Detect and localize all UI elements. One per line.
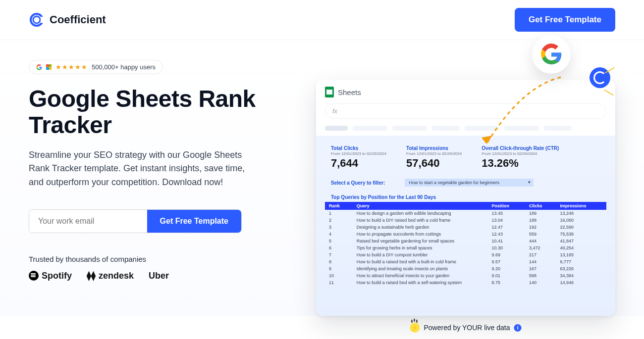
cell-position: 9.20 <box>487 265 525 272</box>
stat-date-range: From 12/01/2023 to 02/29/2024 <box>331 151 386 156</box>
zendesk-label: zendesk <box>99 271 134 281</box>
cell-position: 9.69 <box>487 251 525 258</box>
table-row: 11How to build a raised bed with a self-… <box>325 279 606 286</box>
cell-rank: 2 <box>325 217 353 224</box>
arrow-icon <box>457 57 586 161</box>
stat-value: 57,640 <box>406 157 462 170</box>
page-title: Google Sheets Rank Tracker <box>29 86 296 139</box>
company-zendesk: ⧫⧫ zendesk <box>87 270 134 281</box>
cell-impressions: 22,590 <box>556 224 606 231</box>
badge-text: 500,000+ happy users <box>92 63 156 71</box>
stars-icon: ★★★★★ <box>55 63 88 71</box>
cell-clicks: 559 <box>525 231 556 238</box>
coefficient-icon <box>29 12 45 28</box>
stat-label: Total Impressions <box>406 145 462 151</box>
cell-impressions: 6,777 <box>556 258 606 265</box>
cell-position: 13.45 <box>487 210 525 217</box>
col-rank: Rank <box>325 202 353 210</box>
cell-clicks: 140 <box>525 279 556 286</box>
rank-table: Rank Query Position Clicks Impressions 1… <box>325 202 606 286</box>
rating-badge: ★★★★★ 500,000+ happy users <box>29 60 163 74</box>
preview-panel: Sheets fx Total Clicks From 12/01/2023 t… <box>316 60 615 316</box>
stat-value: 7,644 <box>331 157 386 170</box>
bolt-icon: ⚡ <box>410 323 420 333</box>
cell-clicks: 192 <box>525 224 556 231</box>
info-icon[interactable]: i <box>514 324 522 332</box>
cell-query: Designing a sustainable herb garden <box>353 224 488 231</box>
cell-impressions: 16,050 <box>556 217 606 224</box>
cell-clicks: 188 <box>525 217 556 224</box>
cell-clicks: 444 <box>525 238 556 244</box>
header-cta-button[interactable]: Get Free Template <box>515 8 615 32</box>
cell-impressions: 41,847 <box>556 238 606 244</box>
col-clicks: Clicks <box>525 202 556 210</box>
cell-position: 13.04 <box>487 217 525 224</box>
cell-query: How to build a DIY compost tumbler <box>353 251 488 258</box>
svg-rect-2 <box>41 17 45 23</box>
cell-query: How to attract beneficial insects to you… <box>353 272 488 279</box>
trusted-label: Trusted by thousands of companies <box>29 255 296 263</box>
cell-query: How to build a DIY raised bed with a col… <box>353 217 488 224</box>
spotify-label: Spotify <box>42 271 72 281</box>
email-form: Get Free Template <box>29 209 242 233</box>
stat-clicks: Total Clicks From 12/01/2023 to 02/29/20… <box>331 145 386 170</box>
cell-impressions: 13,165 <box>556 251 606 258</box>
table-row: 10How to attract beneficial insects to y… <box>325 272 606 279</box>
filter-select[interactable]: How to start a vegetable garden for begi… <box>405 179 534 187</box>
col-position: Position <box>487 202 525 210</box>
spotify-icon <box>29 271 39 281</box>
cell-impressions: 13,248 <box>556 210 606 217</box>
company-logos: Spotify ⧫⧫ zendesk Uber <box>29 270 296 281</box>
cell-position: 9.57 <box>487 258 525 265</box>
table-title: Top Queries by Position for the Last 90 … <box>325 192 606 202</box>
company-uber: Uber <box>149 271 169 281</box>
cell-clicks: 189 <box>525 210 556 217</box>
google-icon <box>36 64 42 70</box>
cell-rank: 11 <box>325 279 353 286</box>
cell-rank: 1 <box>325 210 353 217</box>
sheet-app-title: Sheets <box>338 88 361 97</box>
email-field[interactable] <box>29 210 147 233</box>
cell-position: 12.43 <box>487 231 525 238</box>
table-row: 1How to design a garden with edible land… <box>325 210 606 217</box>
svg-marker-3 <box>482 136 492 144</box>
col-query: Query <box>353 202 488 210</box>
table-row: 5Raised bed vegetable gardening for smal… <box>325 238 606 244</box>
cell-query: How to propagate succulents from cutting… <box>353 231 488 238</box>
cell-impressions: 34,384 <box>556 272 606 279</box>
cell-clicks: 144 <box>525 258 556 265</box>
cell-rank: 6 <box>325 244 353 251</box>
cell-position: 10.41 <box>487 238 525 244</box>
google-sheets-icon <box>325 87 334 97</box>
stat-date-range: From 12/01/2023 to 02/29/2024 <box>406 151 462 156</box>
svg-point-1 <box>33 16 40 23</box>
cell-position: 9.01 <box>487 272 525 279</box>
brand-logo[interactable]: Coefficient <box>29 12 106 28</box>
cell-clicks: 167 <box>525 265 556 272</box>
header: Coefficient Get Free Template <box>0 0 644 40</box>
filter-label: Select a Query to filter: <box>331 180 385 186</box>
cell-clicks: 3,472 <box>525 244 556 251</box>
cell-rank: 4 <box>325 231 353 238</box>
cell-query: How to build a raised bed with a built-i… <box>353 258 488 265</box>
cell-query: How to build a raised bed with a self-wa… <box>353 279 488 286</box>
cell-rank: 3 <box>325 224 353 231</box>
table-row: 3Designing a sustainable herb garden12.4… <box>325 224 606 231</box>
stat-label: Total Clicks <box>331 145 386 151</box>
cell-rank: 5 <box>325 238 353 244</box>
form-submit-button[interactable]: Get Free Template <box>147 210 241 233</box>
cell-position: 10.30 <box>487 244 525 251</box>
cell-query: Identifying and treating scale insects o… <box>353 265 488 272</box>
cell-impressions: 14,946 <box>556 279 606 286</box>
cell-clicks: 217 <box>525 251 556 258</box>
cell-rank: 7 <box>325 251 353 258</box>
cell-query: Tips for growing herbs in small spaces <box>353 244 488 251</box>
powered-text: Powered by YOUR live data <box>424 324 510 332</box>
coefficient-bubble-icon <box>590 67 610 88</box>
cell-rank: 8 <box>325 258 353 265</box>
page-subtitle: Streamline your SEO strategy with our Go… <box>29 148 257 190</box>
company-spotify: Spotify <box>29 271 72 281</box>
cell-rank: 10 <box>325 272 353 279</box>
table-row: 9Identifying and treating scale insects … <box>325 265 606 272</box>
cell-impressions: 63,226 <box>556 265 606 272</box>
